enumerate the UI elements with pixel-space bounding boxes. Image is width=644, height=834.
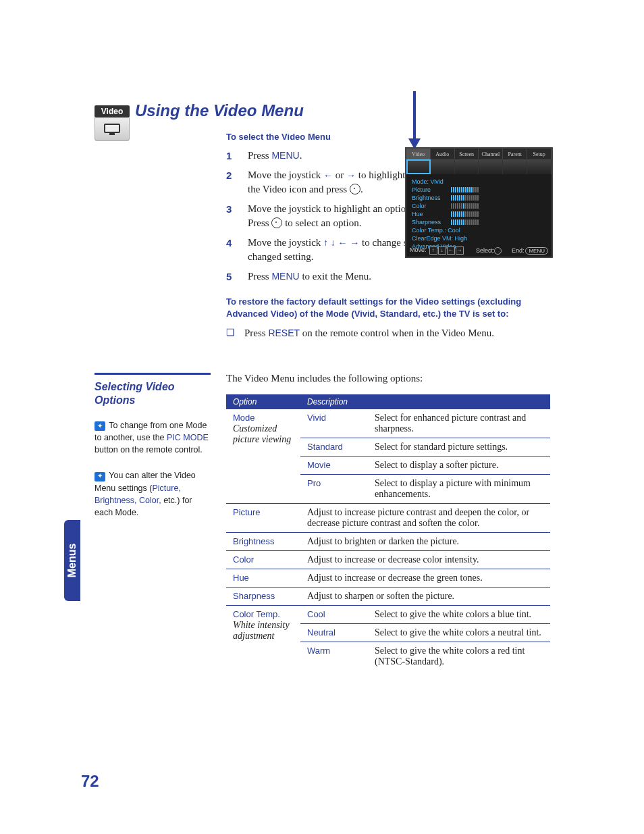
table-row: ColorAdjust to increase or decrease colo… [226,551,550,569]
page-number: 72 [81,772,99,791]
rule-icon [95,373,211,375]
options-table: Option Description ModeCustomized pictur… [226,394,550,671]
page: Menus Video Using the Video Menu To sele… [0,0,644,834]
arrow-down-icon: ↓ [331,238,336,248]
tip-1: ✦ To change from one Mode to another, us… [95,419,213,456]
osd-tile-row [406,159,552,174]
th-option: Option [226,394,300,409]
bullet-icon: ❑ [226,326,235,340]
lightbulb-icon: ✦ [95,472,105,481]
header: Video Using the Video Menu [95,101,556,120]
table-row: Color Temp.White intensity adjustment Co… [226,606,550,624]
joystick-icon [271,217,282,228]
th-description: Description [300,394,368,409]
osd-list: Mode: Vivid Picture Brightness Color Hue… [406,174,552,254]
osd-footer: Move:↑↓←→ Select: End:MENU [410,246,548,255]
arrow-right-icon: → [350,238,359,248]
step-5: 5 Press MENU to exit the Menu. [226,269,550,284]
video-icon-label: Video [95,105,130,118]
table-row: BrightnessAdjust to brighten or darken t… [226,533,550,551]
osd-screenshot: Video Audio Screen Channel Parent Setup … [405,147,553,258]
table-row: SharpnessAdjust to sharpen or soften the… [226,588,550,606]
tv-icon [95,118,130,141]
arrow-right-icon: → [346,170,356,180]
side-tab-label: Menus [66,544,78,578]
side-tab: Menus [64,520,80,601]
table-row: HueAdjust to increase or decrease the gr… [226,569,550,588]
page-title: Using the Video Menu [135,101,556,120]
table-intro: The Video Menu includes the following op… [226,373,550,384]
subhead-restore: To restore the factory default settings … [226,296,550,320]
svg-rect-1 [105,125,119,132]
arrow-up-icon: ↑ [323,238,328,248]
table-row: ModeCustomized picture viewing Vivid Sel… [226,409,550,438]
table-row: PictureAdjust to increase picture contra… [226,504,550,533]
lightbulb-icon: ✦ [95,421,105,431]
restore-bullet: ❑ Press RESET on the remote control when… [226,326,550,340]
tip-2: ✦ You can alter the Video Menu settings … [95,469,213,519]
table-header-row: Option Description [226,394,550,409]
joystick-icon [350,184,360,194]
svg-rect-2 [109,133,115,135]
osd-tab-row: Video Audio Screen Channel Parent Setup [406,149,552,159]
subhead-select-video: To select the Video Menu [226,131,550,143]
video-menu-icon: Video [95,105,130,141]
arrow-left-icon: ← [338,238,348,248]
section-selecting-video-options: Selecting Video Options ✦ To change from… [95,373,553,519]
side-heading: Selecting Video Options [95,380,203,407]
arrow-left-icon: ← [323,170,333,180]
